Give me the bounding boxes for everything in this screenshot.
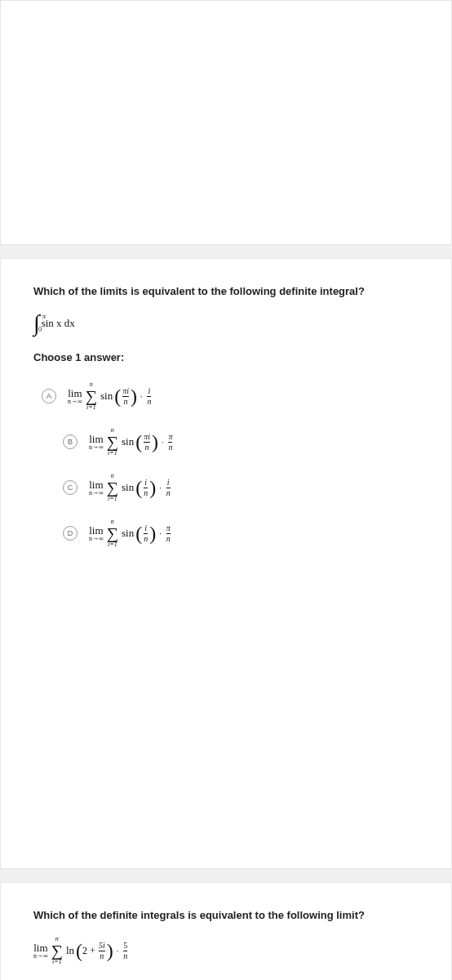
option-bubble: D (63, 526, 78, 541)
option-D[interactable]: D limn→∞ n∑i=1 sin (in) · πn (42, 519, 419, 548)
choose-label: Choose 1 answer: (33, 351, 419, 363)
option-expression: limn→∞ n∑i=1 sin (πin) · in (68, 381, 153, 411)
blank-card (0, 0, 452, 245)
question-text: Which of the definite integrals is equiv… (33, 909, 419, 921)
question-text: Which of the limits is equivalent to the… (33, 285, 419, 297)
question-limit: limn→∞ n∑i=1 ln ( 2 + 5in ) · 5n (33, 936, 419, 965)
option-B[interactable]: B limn→∞ n∑i=1 sin (πin) · πn (42, 427, 419, 457)
option-bubble: B (63, 434, 78, 449)
question-integral: ∫ π 0 sin x dx (33, 312, 419, 335)
option-expression: limn→∞ n∑i=1 sin (πin) · πn (89, 427, 174, 457)
option-bubble: C (63, 480, 78, 495)
option-C[interactable]: C limn→∞ n∑i=1 sin (in) · in (42, 473, 419, 502)
question-card-2: Which of the definite integrals is equiv… (0, 882, 452, 980)
option-bubble: A (42, 389, 56, 403)
option-expression: limn→∞ n∑i=1 sin (in) · in (89, 473, 172, 502)
card-trailer (33, 548, 419, 842)
option-A[interactable]: A limn→∞ n∑i=1 sin (πin) · in (42, 381, 419, 411)
question-card-1: Which of the limits is equivalent to the… (0, 258, 452, 869)
options-list: A limn→∞ n∑i=1 sin (πin) · in B limn→∞ n… (33, 381, 419, 548)
option-expression: limn→∞ n∑i=1 sin (in) · πn (89, 519, 172, 548)
